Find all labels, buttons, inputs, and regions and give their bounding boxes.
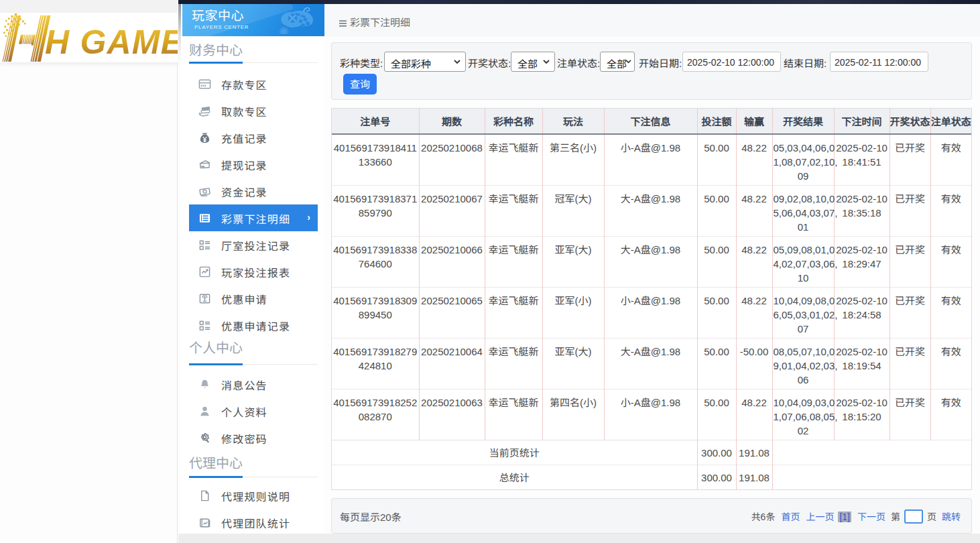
svg-text:H GAME: H GAME bbox=[45, 23, 178, 61]
